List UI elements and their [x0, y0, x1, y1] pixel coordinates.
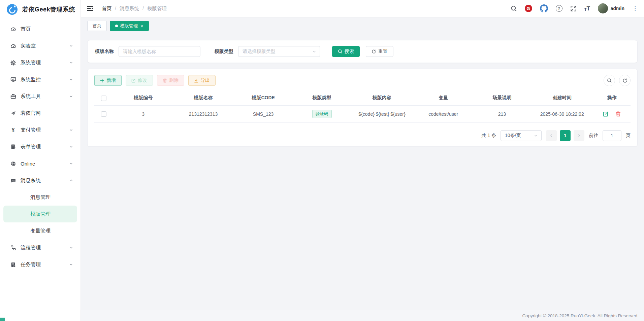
- chevron-down-icon: [69, 262, 73, 266]
- row-edit-icon[interactable]: [603, 111, 609, 117]
- gitee-icon[interactable]: G: [525, 5, 532, 12]
- more-options-icon[interactable]: ⋮: [632, 5, 638, 12]
- tab-home[interactable]: 首页: [87, 21, 107, 31]
- main-area: 首页 / 消息系统 / 模版管理 G ? TT admin: [81, 0, 644, 321]
- user-menu[interactable]: admin: [598, 3, 624, 13]
- app-logo-row[interactable]: 若依Geek管理系统: [0, 0, 80, 19]
- col-scene: 场景说明: [473, 91, 530, 105]
- search-button[interactable]: 搜索: [332, 46, 360, 57]
- sidebar-item-label: 实验室: [21, 43, 69, 49]
- template-type-select[interactable]: 请选择模版类型: [238, 46, 320, 57]
- flow-icon: [10, 245, 16, 251]
- page-number-button[interactable]: 1: [560, 130, 571, 141]
- sidebar-item-online[interactable]: Online: [0, 155, 80, 172]
- sidebar-item-system-manage[interactable]: 系统管理: [0, 54, 80, 71]
- template-type-label: 模版类型: [215, 48, 233, 55]
- row-delete-icon[interactable]: [615, 111, 621, 117]
- cell-template-name: 21312312313: [173, 105, 233, 122]
- sidebar-item-label: 支付管理: [21, 127, 69, 133]
- search-form-card: 模版名称 模版类型 请选择模版类型 搜索 重置: [87, 40, 638, 63]
- sidebar-subitem-variable-manage[interactable]: 变量管理: [3, 222, 77, 239]
- sidebar-item-official-site[interactable]: 若依官网: [0, 105, 80, 121]
- next-page-button[interactable]: [574, 130, 584, 141]
- chevron-down-icon: [69, 246, 73, 250]
- sidebar-subitem-label: 变量管理: [30, 228, 51, 234]
- sidebar-scrollbar-corner: [0, 318, 5, 321]
- help-icon[interactable]: ?: [556, 5, 562, 12]
- select-placeholder: 请选择模版类型: [243, 48, 276, 55]
- sidebar-collapse-icon[interactable]: [87, 5, 94, 12]
- export-button[interactable]: 导出: [188, 75, 216, 86]
- page-size-value: 10条/页: [505, 133, 521, 139]
- sidebar-subitem-template-manage[interactable]: 模版管理: [3, 206, 77, 222]
- tab-template-manage[interactable]: 模版管理 ×: [110, 21, 149, 31]
- sidebar-item-label: 首页: [21, 26, 73, 32]
- sidebar-item-message-system[interactable]: 消息系统: [0, 172, 80, 189]
- refresh-icon[interactable]: [619, 75, 631, 86]
- cell-template-content: ${code} ${test} ${user}: [351, 105, 413, 122]
- pager: 1: [546, 130, 584, 141]
- sidebar-item-label: 表单管理: [21, 144, 69, 150]
- task-icon: [10, 261, 16, 268]
- sidebar-item-label: 系统管理: [21, 60, 69, 66]
- sidebar-item-tasks[interactable]: 任务管理: [0, 256, 80, 273]
- cell-template-code: SMS_123: [233, 105, 293, 122]
- row-checkbox[interactable]: [101, 111, 106, 117]
- page-unit-label: 页: [626, 133, 631, 139]
- tags-view: 首页 模版管理 ×: [81, 17, 644, 31]
- sidebar-item-workflow[interactable]: 流程管理: [0, 239, 80, 256]
- sidebar-item-lab[interactable]: 实验室: [0, 37, 80, 54]
- github-icon[interactable]: [540, 4, 548, 12]
- sidebar-item-payment[interactable]: ¥ 支付管理: [0, 121, 80, 138]
- app-logo-icon: [7, 4, 18, 15]
- select-all-checkbox[interactable]: [101, 96, 106, 101]
- gauge-icon: [10, 43, 16, 49]
- table-row: 3 21312312313 SMS_123 验证码 ${code} ${test…: [94, 105, 631, 122]
- show-search-icon[interactable]: [604, 75, 615, 86]
- template-table: 模版编号 模版名称 模版CODE 模版类型 模版内容 变量 场景说明 创建时间 …: [94, 91, 631, 123]
- sidebar-item-system-tools[interactable]: 系统工具: [0, 88, 80, 105]
- sidebar-item-label: 系统监控: [21, 76, 69, 83]
- goto-page-input[interactable]: [603, 130, 621, 141]
- template-name-label: 模版名称: [95, 48, 114, 55]
- table-card: 新增 修改 删除 导出: [87, 69, 638, 147]
- cell-variables: code/test/user: [413, 105, 473, 122]
- chevron-down-icon: [69, 94, 73, 98]
- delete-button[interactable]: 删除: [157, 75, 184, 86]
- chevron-down-icon: [69, 44, 73, 48]
- col-template-id: 模版编号: [113, 91, 173, 105]
- page-size-select[interactable]: 10条/页: [501, 130, 542, 141]
- paper-plane-icon: [10, 110, 16, 116]
- edit-button[interactable]: 修改: [126, 75, 153, 86]
- prev-page-button[interactable]: [546, 130, 557, 141]
- message-icon: [10, 177, 16, 183]
- sidebar-subitem-message-manage[interactable]: 消息管理: [3, 189, 77, 206]
- toolbox-icon: [10, 93, 16, 99]
- sidebar-item-label: 系统工具: [21, 93, 69, 100]
- font-size-icon[interactable]: TT: [584, 6, 590, 11]
- close-icon[interactable]: ×: [140, 24, 143, 29]
- sidebar-item-home[interactable]: 首页: [0, 21, 80, 37]
- pagination: 共 1 条 10条/页 1 前往 页: [94, 130, 631, 141]
- chevron-down-icon: [69, 128, 73, 132]
- status-badge: 验证码: [312, 110, 332, 118]
- add-button[interactable]: 新增: [94, 75, 122, 86]
- chevron-down-icon: [534, 134, 538, 138]
- page-content: 模版名称 模版类型 请选择模版类型 搜索 重置: [81, 31, 644, 310]
- gear-icon: [10, 60, 16, 66]
- copyright-text: Copyright © 2018-2025 RuoYi-Geek. All Ri…: [522, 313, 639, 318]
- avatar: [598, 3, 608, 13]
- sidebar-item-system-monitor[interactable]: 系统监控: [0, 71, 80, 88]
- fullscreen-icon[interactable]: [570, 5, 577, 12]
- navbar-actions: G ? TT admin ⋮: [511, 3, 638, 13]
- tab-label: 首页: [93, 23, 101, 29]
- page-footer: Copyright © 2018-2025 RuoYi-Geek. All Ri…: [81, 310, 644, 321]
- breadcrumb-item-home[interactable]: 首页: [102, 5, 111, 12]
- chevron-down-icon: [312, 49, 316, 54]
- template-name-input[interactable]: [119, 46, 200, 57]
- col-variables: 变量: [413, 91, 473, 105]
- sidebar-item-label: 消息系统: [21, 177, 69, 184]
- sidebar-item-forms[interactable]: 表单管理: [0, 138, 80, 155]
- search-icon[interactable]: [511, 5, 517, 12]
- reset-button[interactable]: 重置: [366, 46, 393, 57]
